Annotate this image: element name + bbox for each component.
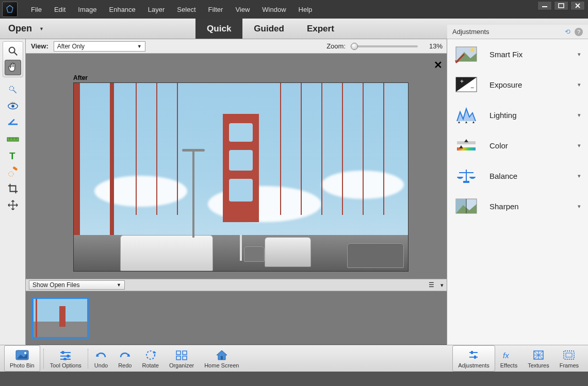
organizer-button[interactable]: Organizer xyxy=(164,345,199,372)
view-dropdown[interactable]: After Only ▼ xyxy=(54,41,145,52)
menu-window[interactable]: Window xyxy=(256,3,292,16)
lighting-icon xyxy=(454,105,478,125)
taskbar: Photo Bin Tool Options Undo Redo Rotate … xyxy=(0,345,588,372)
menu-select[interactable]: Select xyxy=(171,3,202,16)
tab-expert[interactable]: Expert xyxy=(296,19,346,39)
slider-thumb[interactable] xyxy=(351,43,358,50)
app-icon xyxy=(2,2,18,17)
undo-icon xyxy=(95,348,107,362)
color-icon xyxy=(454,136,478,155)
tb-label: Photo Bin xyxy=(10,362,35,368)
maximize-button[interactable] xyxy=(554,1,568,10)
close-button[interactable] xyxy=(570,1,585,10)
chevron-down-icon: ▾ xyxy=(578,51,581,58)
rotate-button[interactable]: Rotate xyxy=(137,345,164,372)
spot-heal-tool[interactable] xyxy=(5,164,21,180)
photobin-button[interactable]: Photo Bin xyxy=(4,345,40,372)
svg-point-5 xyxy=(9,47,14,53)
menu-file[interactable]: File xyxy=(25,3,48,16)
adj-smartfix[interactable]: Smart Fix ▾ xyxy=(447,39,588,70)
menubar: File Edit Image Enhance Layer Select Fil… xyxy=(25,3,318,16)
adj-exposure[interactable]: +− Exposure ▾ xyxy=(447,70,588,100)
open-label: Open xyxy=(8,23,32,34)
help-icon[interactable]: ? xyxy=(575,28,583,36)
chevron-down-icon: ▾ xyxy=(578,142,581,149)
adjustments-header: Adjustments ⟲ ? xyxy=(447,25,588,39)
adj-label: Exposure xyxy=(489,80,522,89)
menu-filter[interactable]: Filter xyxy=(202,3,230,16)
tab-guided[interactable]: Guided xyxy=(242,19,296,39)
canvas-wrap: View: After Only ▼ Zoom: 13% ✕ After xyxy=(26,39,447,345)
adjustments-tab-button[interactable]: Adjustments xyxy=(452,345,495,372)
quick-select-tool[interactable] xyxy=(5,82,21,97)
whiten-tool[interactable] xyxy=(5,115,21,130)
svg-point-48 xyxy=(24,352,26,354)
svg-point-57 xyxy=(146,351,155,359)
adj-color[interactable]: Color ▾ xyxy=(447,130,588,161)
smartfix-icon xyxy=(454,44,478,64)
bin-collapse-icon[interactable]: ▾ xyxy=(440,282,444,289)
adj-sharpen[interactable]: Sharpen ▾ xyxy=(447,191,588,222)
chevron-down-icon: ▼ xyxy=(39,26,44,31)
canvas-area: ✕ After xyxy=(26,54,447,279)
tooloptions-button[interactable]: Tool Options xyxy=(45,345,87,372)
frames-tab-button[interactable]: Frames xyxy=(554,345,584,372)
tab-quick[interactable]: Quick xyxy=(195,19,242,39)
adj-balance[interactable]: Balance ▾ xyxy=(447,161,588,191)
menu-help[interactable]: Help xyxy=(292,3,319,16)
svg-rect-21 xyxy=(12,166,18,171)
svg-text:−: − xyxy=(470,84,474,91)
menu-layer[interactable]: Layer xyxy=(142,3,171,16)
bin-thumbnail[interactable] xyxy=(32,297,89,339)
open-button[interactable]: Open ▼ xyxy=(0,19,57,39)
move-tool[interactable] xyxy=(5,197,21,213)
redo-button[interactable]: Redo xyxy=(113,345,137,372)
adjustments-icon xyxy=(468,348,479,362)
minimize-button[interactable] xyxy=(537,1,552,10)
svg-rect-41 xyxy=(463,181,469,183)
svg-point-24 xyxy=(470,48,475,52)
zoom-value: 13% xyxy=(423,42,443,50)
svg-rect-1 xyxy=(542,6,547,7)
menu-view[interactable]: View xyxy=(229,3,256,16)
adj-label: Balance xyxy=(489,172,517,180)
svg-marker-0 xyxy=(7,6,13,13)
zoom-slider[interactable] xyxy=(351,45,418,47)
chevron-down-icon: ▾ xyxy=(578,112,581,119)
svg-text:+: + xyxy=(460,78,464,85)
mode-tabs: Quick Guided Expert xyxy=(195,19,346,39)
zoom-tool[interactable] xyxy=(5,43,21,59)
svg-point-54 xyxy=(63,358,67,360)
chevron-down-icon: ▾ xyxy=(578,203,581,210)
close-document-button[interactable]: ✕ xyxy=(434,59,443,71)
adj-lighting[interactable]: Lighting ▾ xyxy=(447,100,588,130)
straighten-tool[interactable] xyxy=(5,131,21,147)
frames-icon xyxy=(563,348,575,362)
text-tool[interactable]: T xyxy=(5,148,21,163)
bin-menu-icon[interactable]: ☰ xyxy=(429,281,434,289)
hand-tool[interactable] xyxy=(5,60,21,75)
reset-icon[interactable]: ⟲ xyxy=(565,28,570,36)
photo-canvas[interactable] xyxy=(73,82,409,272)
main: T View: After Only ▼ Zoom: 13% xyxy=(0,39,588,345)
zoom-label: Zoom: xyxy=(326,42,346,50)
redeye-tool[interactable] xyxy=(5,98,21,114)
menu-enhance[interactable]: Enhance xyxy=(103,3,142,16)
textures-tab-button[interactable]: Textures xyxy=(522,345,554,372)
svg-rect-72 xyxy=(566,353,572,357)
tb-label: Effects xyxy=(500,362,517,368)
crop-tool[interactable] xyxy=(5,181,21,196)
menu-image[interactable]: Image xyxy=(72,3,103,16)
rotate-icon xyxy=(144,348,157,362)
bin-dropdown[interactable]: Show Open Files ▼ xyxy=(29,280,125,290)
svg-marker-34 xyxy=(472,121,475,123)
homescreen-button[interactable]: Home Screen xyxy=(199,345,244,372)
window-controls xyxy=(537,1,585,10)
menu-edit[interactable]: Edit xyxy=(48,3,72,16)
tb-label: Frames xyxy=(560,362,579,368)
effects-tab-button[interactable]: fx Effects xyxy=(495,345,522,372)
svg-point-50 xyxy=(61,351,64,354)
exposure-icon: +− xyxy=(454,75,478,94)
undo-button[interactable]: Undo xyxy=(89,345,113,372)
adj-label: Sharpen xyxy=(489,202,519,211)
